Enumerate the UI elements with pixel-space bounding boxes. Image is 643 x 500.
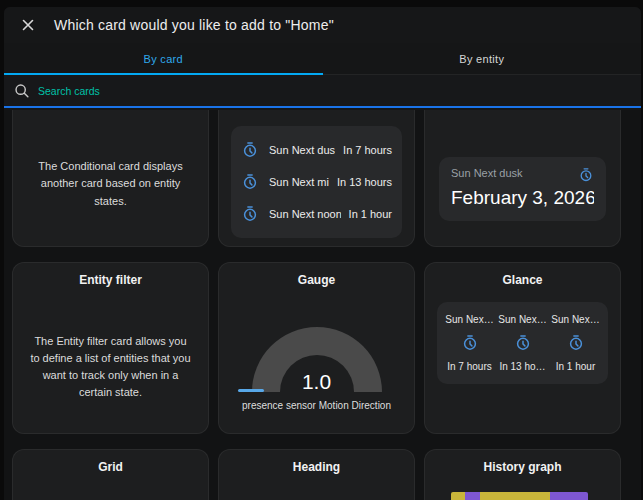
card-title: Heading bbox=[219, 450, 414, 474]
entity-name: Sun Next noon bbox=[269, 208, 341, 220]
tab-by-entity[interactable]: By entity bbox=[323, 43, 642, 74]
entity-row: Sun Next noon In 1 hour bbox=[241, 198, 392, 230]
entity-name: Sun Next mi… bbox=[269, 176, 329, 188]
card-description: The Entity filter card allows you to def… bbox=[13, 333, 208, 401]
close-icon[interactable] bbox=[16, 13, 40, 37]
card-gallery-scroll[interactable]: The Conditional card displays another ca… bbox=[4, 110, 641, 500]
entity-state: In 7 hours bbox=[447, 361, 491, 372]
glance-column: Sun Nex… In 7 hours bbox=[443, 314, 496, 372]
timer-icon bbox=[514, 334, 532, 352]
gauge-value: 1.0 bbox=[252, 370, 382, 394]
timer-icon bbox=[578, 167, 594, 183]
card-option-entities[interactable]: Sun Next dusk In 7 hours Sun Next mi… In… bbox=[218, 110, 415, 247]
card-title: Glance bbox=[425, 263, 620, 287]
history-graph-segment bbox=[480, 492, 550, 500]
glance-column: Sun Nex… In 1 hour bbox=[549, 314, 602, 372]
card-title: Gauge bbox=[219, 263, 414, 287]
entity-state: February 3, 2026… bbox=[451, 187, 594, 209]
tab-bar: By card By entity bbox=[4, 43, 641, 75]
history-graph-bar bbox=[451, 492, 588, 500]
entity-name: Sun Nex… bbox=[498, 314, 546, 325]
entity-name: Sun Nex… bbox=[445, 314, 493, 325]
gauge-dial: 1.0 bbox=[252, 327, 382, 392]
card-option-entity-filter[interactable]: Entity filter The Entity filter card all… bbox=[12, 262, 209, 434]
history-graph-segment bbox=[451, 492, 465, 500]
card-description: The Conditional card displays another ca… bbox=[13, 158, 208, 209]
history-graph-segment bbox=[465, 492, 480, 500]
card-option-history-graph[interactable]: History graph bbox=[424, 449, 621, 500]
entity-row: Sun Next dusk In 7 hours bbox=[241, 134, 392, 166]
entity-state: In 13 ho… bbox=[499, 361, 545, 372]
glance-card-preview: Sun Nex… In 7 hours Sun Nex… In 13 ho… bbox=[437, 302, 608, 384]
entity-row: Sun Next mi… In 13 hours bbox=[241, 166, 392, 198]
search-bar bbox=[4, 75, 641, 108]
card-option-conditional[interactable]: The Conditional card displays another ca… bbox=[12, 110, 209, 247]
search-icon bbox=[14, 83, 30, 99]
tab-by-card[interactable]: By card bbox=[4, 43, 323, 74]
entity-name: Sun Next dusk bbox=[451, 167, 578, 179]
tab-by-card-label: By card bbox=[144, 53, 183, 65]
card-option-grid[interactable]: Grid The Grid card allows you to show bbox=[12, 449, 209, 500]
gauge-caption: presence sensor Motion Direction bbox=[234, 400, 399, 411]
entity-name: Sun Nex… bbox=[551, 314, 599, 325]
card-title: Grid bbox=[13, 450, 208, 474]
timer-icon bbox=[461, 334, 479, 352]
tab-by-entity-label: By entity bbox=[459, 53, 504, 65]
dialog-title: Which card would you like to add to "Hom… bbox=[54, 17, 334, 33]
search-input[interactable] bbox=[38, 85, 631, 97]
history-graph-segment bbox=[550, 492, 588, 500]
card-option-gauge[interactable]: Gauge 1.0 presence sensor Motion Directi… bbox=[218, 262, 415, 434]
gauge-preview: 1.0 presence sensor Motion Direction bbox=[219, 287, 414, 411]
entity-card-header: Sun Next dusk bbox=[451, 167, 594, 183]
entities-card-preview: Sun Next dusk In 7 hours Sun Next mi… In… bbox=[231, 126, 402, 238]
timer-icon bbox=[241, 173, 259, 191]
card-title: History graph bbox=[425, 450, 620, 474]
card-option-heading[interactable]: Heading bbox=[218, 449, 415, 500]
entity-state: In 13 hours bbox=[329, 176, 392, 188]
entity-card-preview: Sun Next dusk February 3, 2026… bbox=[439, 157, 606, 221]
glance-column: Sun Nex… In 13 ho… bbox=[496, 314, 549, 372]
close-icon-glyph bbox=[19, 16, 37, 34]
timer-icon bbox=[241, 141, 259, 159]
card-option-entity[interactable]: Sun Next dusk February 3, 2026… bbox=[424, 110, 621, 247]
timer-icon bbox=[567, 334, 585, 352]
dialog-header: Which card would you like to add to "Hom… bbox=[4, 7, 641, 43]
entity-name: Sun Next dusk bbox=[269, 144, 335, 156]
timer-icon bbox=[241, 205, 259, 223]
entity-state: In 7 hours bbox=[335, 144, 392, 156]
add-card-dialog: Which card would you like to add to "Hom… bbox=[4, 7, 641, 500]
entity-state: In 1 hour bbox=[556, 361, 595, 372]
card-gallery-grid: The Conditional card displays another ca… bbox=[4, 110, 641, 500]
active-tab-indicator bbox=[4, 73, 323, 75]
card-title: Entity filter bbox=[13, 263, 208, 287]
entity-state: In 1 hour bbox=[341, 208, 392, 220]
card-option-glance[interactable]: Glance Sun Nex… In 7 hours Sun Nex… bbox=[424, 262, 621, 434]
